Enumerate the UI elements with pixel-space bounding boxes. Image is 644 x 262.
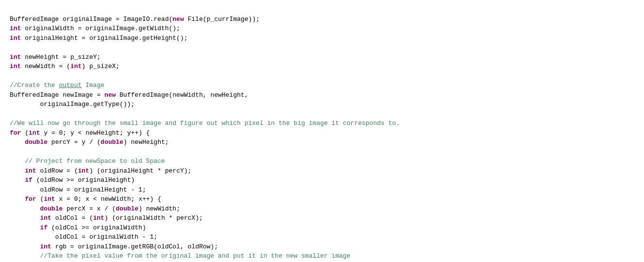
code-line-14: double percY = y / (double) newHeight;: [10, 139, 169, 146]
code-line-19: oldRow = originalHeight - 1;: [10, 186, 146, 193]
code-line-2: int originalWidth = originalImage.getWid…: [10, 25, 180, 32]
code-line-23: if (oldCol >= originalWidth): [10, 224, 146, 231]
code-line-3: int originalHeight = originalImage.getHe…: [10, 35, 188, 42]
code-line-26: //Take the pixel value from the original…: [10, 252, 350, 260]
code-line-18: if (oldRow >= originalHeight): [10, 176, 135, 184]
code-line-21: double percX = x / (double) newWidth;: [10, 205, 180, 212]
code-line-20: for (int x = 0; x < newWidth; x++) {: [10, 195, 161, 203]
code-line-6: int newWidth = (int) p_sizeX;: [10, 63, 119, 70]
code-line-17: int oldRow = (int) (originalHeight * per…: [10, 167, 192, 175]
code-line-13: for (int y = 0; y < newHeight; y++) {: [10, 129, 150, 137]
code-line-22: int oldCol = (int) (originalWidth * perc…: [10, 214, 203, 222]
code-line-12: //We will now go through the small image…: [10, 120, 400, 127]
code-line-16: // Project from newSpace to old Space: [10, 157, 165, 165]
code-line-1: BufferedImage originalImage = ImageIO.re…: [10, 16, 260, 23]
code-line-24: oldCol = originalWidth - 1;: [10, 233, 157, 241]
code-line-5: int newHeight = p_sizeY;: [10, 53, 100, 61]
code-line-25: int rgb = originalImage.getRGB(oldCol, o…: [10, 243, 218, 250]
code-line-8: //Create the output Image: [10, 82, 104, 89]
code-line-9: BufferedImage newImage = new BufferedIma…: [10, 91, 248, 99]
code-editor: BufferedImage originalImage = ImageIO.re…: [10, 5, 634, 262]
code-line-10: originalImage.getType());: [10, 101, 134, 108]
